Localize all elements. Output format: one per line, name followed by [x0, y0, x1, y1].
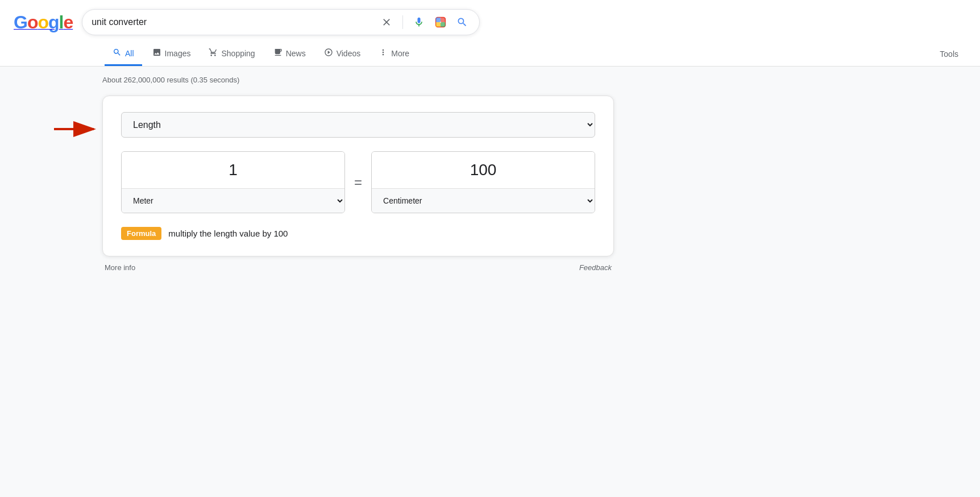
google-logo: Google: [14, 12, 73, 32]
clear-button[interactable]: [379, 14, 395, 30]
videos-icon: [324, 48, 333, 59]
search-input[interactable]: unit converter: [92, 17, 379, 27]
svg-rect-4: [441, 22, 445, 27]
converter-row: Meter Kilometer Centimeter Millimeter Mi…: [121, 151, 595, 213]
formula-row: Formula multiply the length value by 100: [121, 227, 595, 240]
main-content: About 262,000,000 results (0.35 seconds)…: [0, 67, 980, 285]
tab-images-label: Images: [165, 49, 191, 58]
header: Google unit converter: [0, 0, 980, 67]
from-unit-selector[interactable]: Meter Kilometer Centimeter Millimeter Mi…: [122, 189, 344, 213]
google-logo-link[interactable]: Google: [14, 12, 73, 33]
close-icon: [381, 16, 392, 28]
all-icon: [113, 48, 122, 59]
nav-tabs: All Images Shopping News Videos: [14, 42, 966, 66]
converter-card: Length Weight Temperature Volume Area Sp…: [102, 96, 614, 256]
tab-news[interactable]: News: [265, 42, 314, 66]
from-field: Meter Kilometer Centimeter Millimeter Mi…: [121, 151, 345, 213]
from-value-input[interactable]: [122, 152, 344, 189]
tab-all[interactable]: All: [105, 42, 142, 66]
images-icon: [152, 48, 161, 59]
to-unit-selector[interactable]: Centimeter Meter Kilometer Millimeter Mi…: [372, 189, 595, 213]
tab-news-label: News: [286, 49, 306, 58]
header-top: Google unit converter: [14, 9, 966, 35]
results-count: About 262,000,000 results (0.35 seconds): [102, 76, 966, 84]
type-selector[interactable]: Length Weight Temperature Volume Area Sp…: [121, 112, 595, 138]
shopping-icon: [209, 48, 218, 59]
arrow-annotation: [51, 121, 102, 138]
microphone-button[interactable]: [411, 14, 427, 30]
more-info-link[interactable]: More info: [105, 263, 135, 272]
more-icon: [379, 48, 388, 59]
lens-button[interactable]: [433, 14, 449, 30]
tab-shopping-label: Shopping: [221, 49, 255, 58]
tab-shopping[interactable]: Shopping: [201, 42, 263, 66]
tools-tab[interactable]: Tools: [932, 44, 966, 64]
lens-icon: [435, 16, 446, 28]
feedback-link[interactable]: Feedback: [579, 263, 612, 272]
tab-videos[interactable]: Videos: [316, 42, 369, 66]
search-divider: [402, 15, 403, 29]
tab-images[interactable]: Images: [144, 42, 199, 66]
microphone-icon: [413, 16, 425, 28]
footer-links: More info Feedback: [102, 263, 614, 272]
to-field: Centimeter Meter Kilometer Millimeter Mi…: [371, 151, 595, 213]
search-button[interactable]: [454, 14, 470, 30]
tab-all-label: All: [125, 49, 134, 58]
svg-rect-3: [436, 22, 441, 27]
arrow-icon: [51, 121, 102, 138]
to-value-input[interactable]: [372, 152, 595, 189]
formula-text: multiply the length value by 100: [168, 229, 288, 238]
formula-badge: Formula: [121, 227, 161, 240]
svg-rect-2: [441, 18, 445, 22]
equals-sign: =: [354, 175, 362, 190]
tab-more[interactable]: More: [371, 42, 417, 66]
tab-videos-label: Videos: [337, 49, 361, 58]
news-icon: [273, 48, 283, 59]
search-bar: unit converter: [82, 9, 480, 35]
converter-wrapper: Length Weight Temperature Volume Area Sp…: [102, 96, 966, 256]
tab-more-label: More: [391, 49, 409, 58]
svg-rect-1: [436, 18, 441, 22]
search-icon: [456, 16, 468, 28]
search-icons: [379, 14, 470, 30]
